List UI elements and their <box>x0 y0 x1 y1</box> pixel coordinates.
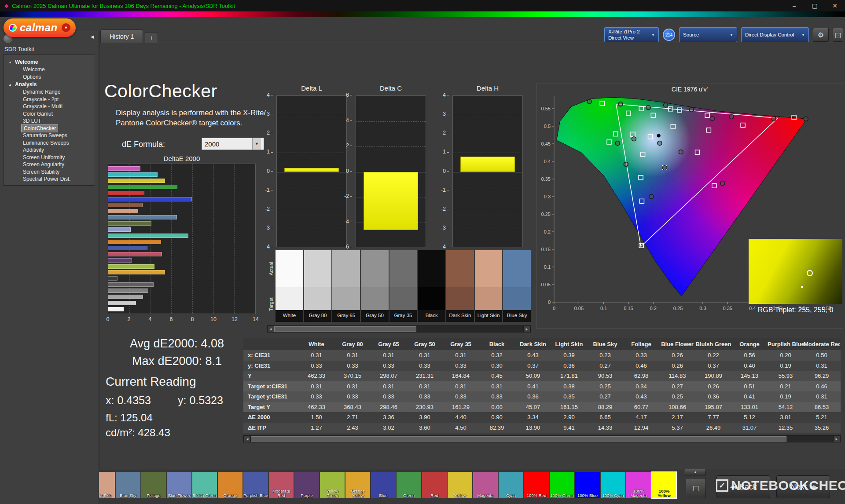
patch-button-light-skin[interactable]: Light Skin <box>99 472 115 498</box>
measured-point <box>729 114 734 119</box>
patch-button-cyan[interactable]: Cyan <box>499 472 523 498</box>
table-cell: 0.30 <box>479 362 515 369</box>
scroll-left-icon[interactable]: ◄ <box>244 436 251 442</box>
patch-button-bluish-green[interactable]: Bluish Green <box>192 472 217 498</box>
patch-button-foliage[interactable]: Foliage <box>141 472 166 498</box>
column-header-gray-35: Gray 35 <box>443 341 479 347</box>
table-scrollbar[interactable]: ◄ ► <box>243 435 841 442</box>
tree-item-3d-lut[interactable]: 3D LUT <box>4 117 95 125</box>
maximize-button[interactable]: ▢ <box>805 0 825 11</box>
patch-bar-expand-button[interactable]: ▲ <box>685 469 706 475</box>
next-icon: ▶▶ <box>811 484 816 490</box>
minimize-button[interactable]: – <box>784 0 805 11</box>
tree-section-analysis[interactable]: ▴Analysis <box>4 80 95 88</box>
tree-item-colorchecker[interactable]: ColorChecker <box>22 125 58 132</box>
compare-scroll-track[interactable] <box>274 326 523 332</box>
window-controls: – ▢ ✕ <box>784 0 845 11</box>
tree-item-luminance-sweeps[interactable]: Luminance Sweeps <box>4 139 95 147</box>
patch-button-100-yellow[interactable]: 100% Yellow <box>652 472 676 498</box>
tree-item-grayscale-multi[interactable]: Grayscale - Multi <box>4 103 95 110</box>
tree-section-label: Analysis <box>15 81 37 88</box>
table-scroll-thumb[interactable] <box>251 436 786 442</box>
patch-button-blue[interactable]: Blue <box>371 472 396 498</box>
scroll-left-icon[interactable]: ◄ <box>267 326 274 332</box>
patch-button-red[interactable]: Red <box>422 472 447 498</box>
tree-item-screen-uniformity[interactable]: Screen Uniformity <box>4 154 95 161</box>
tree-item-welcome[interactable]: Welcome <box>4 66 95 73</box>
patch-button-100-blue[interactable]: 100% Blue <box>575 472 600 498</box>
compare-patch-dark-skin: Dark Skin <box>446 250 474 323</box>
display-control-dropdown[interactable]: Direct Display Control ▼ <box>741 27 809 42</box>
deltae-bar-row <box>108 282 253 287</box>
next-button[interactable]: Next ▶▶ <box>776 475 830 498</box>
compare-patch-light-skin: Light Skin <box>475 250 503 323</box>
chevron-down-icon: ▼ <box>648 33 655 37</box>
table-scroll-track[interactable] <box>251 436 833 442</box>
meter-name: X-Rite i1Pro 2 <box>608 29 640 35</box>
calman-logo-text: calman <box>20 22 58 34</box>
x-tick-label: 0.1 <box>600 306 607 311</box>
patch-button-blue-flower[interactable]: Blue Flower <box>167 472 191 498</box>
patch-button-100-green[interactable]: 100% Green <box>550 472 574 498</box>
scroll-right-icon[interactable]: ► <box>523 326 530 332</box>
y-tick-label: 0.5 <box>544 124 551 129</box>
tree-item-additivity[interactable]: Additivity <box>4 146 95 154</box>
patch-button-100-magenta[interactable]: 100% Magenta <box>626 472 651 498</box>
tree-item-spectral-power-dist[interactable]: Spectral Power Dist. <box>4 175 95 183</box>
de-formula-label: dE Formula: <box>122 140 165 149</box>
tree-section-welcome[interactable]: ▴Welcome <box>4 58 95 66</box>
settings-gear-button[interactable]: ⚙ <box>813 28 829 42</box>
patch-button-green[interactable]: Green <box>397 472 421 498</box>
axis-tick-label: 6 <box>170 316 173 322</box>
tree-item-screen-angularity[interactable]: Screen Angularity <box>4 161 95 168</box>
close-button[interactable]: ✕ <box>825 0 845 11</box>
table-cell: 0.56 <box>731 352 768 358</box>
source-dropdown[interactable]: Source ▼ <box>679 27 737 42</box>
patch-button-orange[interactable]: Orange <box>218 472 242 498</box>
axis-tick-label: 8 <box>191 316 194 322</box>
compare-scrollbar[interactable]: ◄ ► <box>267 325 531 332</box>
tree-item-dynamic-range[interactable]: Dynamic Range <box>4 88 95 96</box>
deltae-bar-green <box>108 185 177 189</box>
meter-dropdown[interactable]: X-Rite i1Pro 2 Direct View ▼ <box>604 27 659 42</box>
patch-button-purplish-blue[interactable]: Purplish Blue <box>243 472 268 498</box>
patch-label: Light Skin <box>475 310 503 322</box>
patch-button-100-red[interactable]: 100% Red <box>524 472 549 498</box>
patch-button-orange-yellow[interactable]: Orange Yellow <box>345 472 370 498</box>
tree-item-saturation-sweeps[interactable]: Saturation Sweeps <box>4 132 95 139</box>
patch-button-blue-sky[interactable]: Blue Sky <box>116 472 140 498</box>
patch-button-yellow[interactable]: Yellow <box>448 472 472 498</box>
tree-item-screen-stability[interactable]: Screen Stability <box>4 168 95 176</box>
calman-logo[interactable]: calman ▼ <box>4 18 76 37</box>
deltae-bar-row <box>108 179 253 183</box>
grid-line <box>453 191 522 191</box>
patch-button-yellow-green[interactable]: Yellow Green <box>320 472 345 498</box>
logo-dropdown-arrow-icon[interactable]: ▼ <box>62 23 70 32</box>
tree-item-color-gamut[interactable]: Color Gamut <box>4 110 95 118</box>
patch-button-100-cyan[interactable]: 100% Cyan <box>601 472 625 498</box>
scroll-right-icon[interactable]: ► <box>833 436 840 442</box>
axis-tick-label: -4 <box>337 219 352 225</box>
tab-history-1[interactable]: History 1 <box>100 29 143 43</box>
back-button[interactable]: ◀◀ Back <box>716 475 770 498</box>
stop-measure-button[interactable]: □ <box>686 478 706 498</box>
tree-item-grayscale-2pt[interactable]: Grayscale - 2pt <box>4 96 95 103</box>
compare-scroll-thumb[interactable] <box>274 326 416 332</box>
de-formula-select[interactable]: 2000 ▼ <box>202 138 264 150</box>
row-label: Y <box>243 373 298 379</box>
patch-button-purple[interactable]: Purple <box>294 472 319 498</box>
patch-button-moderate-red[interactable]: Moderate Red <box>269 472 294 498</box>
menu-button[interactable]: ▤ <box>833 28 843 42</box>
tree-expand-icon: ▴ <box>9 82 11 88</box>
sidebar-title: SDR Toolkit <box>4 46 34 52</box>
meter-count-badge[interactable]: 214 <box>663 29 675 41</box>
chevron-down-icon: ▼ <box>798 33 805 37</box>
table-row-e-2000: ΔE 20001.502.713.363.904.400.903.342.906… <box>243 412 841 423</box>
deltae-bar-purplish-blue <box>108 246 147 250</box>
patch-button-label: Purple <box>294 493 319 498</box>
sidebar-collapse-icon[interactable]: ◄ <box>89 33 95 40</box>
table-cell: 0.32 <box>479 352 515 358</box>
new-tab-button[interactable]: + <box>145 32 158 43</box>
tree-item-options[interactable]: Options <box>4 73 95 81</box>
patch-button-magenta[interactable]: Magenta <box>473 472 498 498</box>
